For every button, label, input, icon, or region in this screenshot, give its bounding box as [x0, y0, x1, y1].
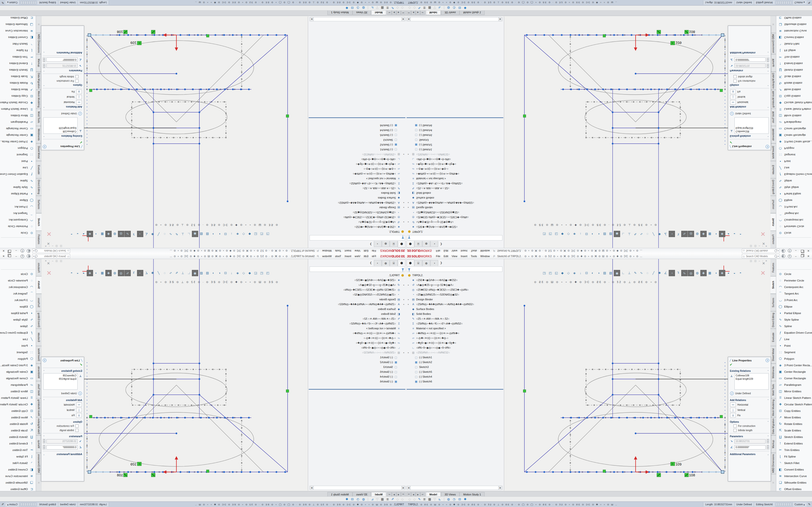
equal-length-badge[interactable]: = 109: [131, 462, 141, 466]
toolbar-icon[interactable]: ◔: [137, 270, 143, 276]
expand-arrow-icon[interactable]: ▸: [408, 303, 410, 305]
checkbox[interactable]: [75, 429, 79, 432]
move-entities-tool[interactable]: ↗ Move Entities: [0, 414, 36, 420]
mirror-entities-tool[interactable]: ◫ Mirror Entities: [776, 113, 812, 119]
sketch-fillet-tool[interactable]: ◝ Sketch Fillet: [0, 41, 36, 47]
toolbar-icon[interactable]: ▧: [608, 231, 614, 237]
add-relations-header[interactable]: Add Relations: [45, 106, 82, 108]
toolbar-icon[interactable]: ∠: [144, 270, 149, 276]
document-window-controls[interactable]: ◫◫–▫✕: [45, 245, 62, 247]
tree-item[interactable]: ◧ Solid Bodies: [308, 312, 406, 316]
toolbar-icon[interactable]: Ɜ: [131, 231, 137, 237]
minimize-button[interactable]: –: [793, 249, 799, 252]
tab-nav-button[interactable]: ⏮: [406, 10, 411, 15]
render-icon[interactable]: ⊟: [351, 497, 354, 501]
command-tab[interactable]: Surfaces: [36, 196, 42, 213]
display-icon[interactable]: ✎: [391, 497, 394, 501]
extend-entities-tool[interactable]: ⊺ Extend Entities: [0, 60, 36, 67]
command-tab[interactable]: Direct Editing: [770, 311, 776, 329]
tree-item[interactable]: ✎ ○2Ƽ∙∩✳∙ΑM○∘○MΑ∙✳∩∙Ƽ2○: [308, 186, 406, 191]
tree-item[interactable]: ▸ ▤ Design Binder: [308, 205, 406, 210]
existing-relations-header[interactable]: Existing Relations: [730, 370, 767, 372]
motion-study-tab[interactable]: Motion Study 1: [327, 10, 352, 15]
line-tool[interactable]: ╱ Line: [776, 165, 812, 171]
propertymanager-tab[interactable]: ⌸: [390, 260, 398, 266]
segment-tool[interactable]: ⸬ Segment: [776, 349, 812, 355]
command-tab[interactable]: ⁙: [770, 16, 776, 33]
toolbar-icon[interactable]: ◈: [235, 270, 241, 276]
menu-item[interactable]: Window: [320, 254, 333, 258]
expand-arrow-icon[interactable]: ▸: [402, 303, 404, 305]
display-style-selector[interactable]: Custom ▴: [5, 502, 19, 507]
display-icon[interactable]: ≣: [423, 497, 426, 501]
tree-item[interactable]: Σ ○2ƼИΝ◎∘✚Α∩³Ɛ○∘○Ɛ³∩Α✚∘◎ИΝƼ2○: [406, 181, 504, 186]
expand-arrow-icon[interactable]: ▸: [408, 298, 410, 300]
command-tab[interactable]: Sheet Metal: [36, 346, 42, 363]
render-icon[interactable]: ✱: [345, 497, 348, 501]
ellipse-tool[interactable]: ◯ Ellipse: [776, 197, 812, 204]
fix-relation-button[interactable]: ⚓ Fix: [41, 412, 84, 418]
minimize-button[interactable]: –: [13, 249, 19, 252]
ellipse-tool[interactable]: ◯ Ellipse: [0, 197, 36, 204]
mirror-entities-tool[interactable]: ◫ Mirror Entities: [0, 113, 36, 119]
toolbar-icon[interactable]: ❖: [87, 270, 93, 276]
command-tab[interactable]: Sheet Metal: [770, 144, 776, 161]
menu-item[interactable]: Tools: [333, 249, 343, 253]
toolbar-icon[interactable]: ◑: [713, 231, 719, 237]
toolbar-icon[interactable]: ✚: [105, 231, 112, 237]
command-tab[interactable]: Weldments: [770, 126, 776, 144]
collinear-badge[interactable]: [151, 30, 155, 34]
display-icon[interactable]: ⊾: [439, 6, 441, 10]
tab-nav-button[interactable]: ▶: [416, 492, 420, 497]
tree-item[interactable]: ★ ○2ƼƐ✚∘◉ΩΛΦ○∘○ΦΛΩ◉∘✚ƐƼ2○: [406, 278, 504, 282]
existing-relations-header[interactable]: Existing Relations: [45, 370, 82, 372]
vertical-relation-button[interactable]: ❘ Vertical: [41, 95, 84, 100]
option-row[interactable]: For construction: [728, 424, 771, 428]
partial-ellipse-tool[interactable]: ◖ Partial Ellipse: [0, 310, 36, 316]
collinear-number-badge[interactable]: 108: [117, 30, 128, 34]
checkbox[interactable]: [75, 425, 79, 428]
silhouette-entities-tool[interactable]: ❏ Silhouette Entities: [776, 21, 812, 28]
polygon-tool[interactable]: ⬠ Polygon: [0, 145, 36, 152]
offset-entities-tool[interactable]: ⊏ Offset Entities: [776, 16, 812, 21]
toolbar-icon[interactable]: ◍: [694, 270, 700, 276]
tree-item[interactable]: ◎ ○2Ƽ✚ƐƼ2○ИΝ◎∘✚ƆƐƼ2○∘○2ƼƐƆ✚∘◎ИΝ○: [406, 287, 504, 292]
add-relations-header[interactable]: Add Relations: [730, 399, 767, 401]
expand-arrow-icon[interactable]: ▸: [402, 207, 404, 209]
toolbar-icon[interactable]: ◌: [162, 231, 167, 237]
menu-item[interactable]: Edit: [442, 249, 450, 253]
display-icon[interactable]: ◇: [408, 497, 411, 501]
render-icon[interactable]: ✱: [345, 6, 348, 10]
toolbar-icon[interactable]: ◔: [669, 270, 675, 276]
help-icon[interactable]: ?: [20, 255, 25, 258]
circular-pattern-tool[interactable]: ❖ Circular Sketch Pattern: [776, 401, 812, 407]
tree-item[interactable]: ▱ ○✚ИΝ◎∙+○✳⊙[○∘○]⊙✳○+∙◎ИΝ✚○: [308, 331, 406, 336]
line-tool[interactable]: ╱ Line: [0, 165, 36, 171]
edit-sketch-icon[interactable]: ✎: [0, 503, 5, 506]
panel-tabs-overflow-icon[interactable]: ❯: [440, 261, 442, 264]
toolbar-icon[interactable]: ⊡: [222, 270, 229, 276]
cancel-command-icon[interactable]: ✕: [760, 230, 766, 237]
model-tab[interactable]: Model: [426, 492, 441, 497]
trim-entities-tool[interactable]: ✂ Trim Entities: [776, 54, 812, 60]
tree-horizontal-scrollbar[interactable]: ◀ ▶: [310, 486, 406, 490]
expand-arrow-icon[interactable]: ▸: [408, 351, 410, 354]
length-spinner[interactable]: ▲▼: [43, 439, 45, 444]
tree-item[interactable]: ✎ ○2Ƽ∙∩✳∙ΑM○∘○MΑ∙✳∩∙Ƽ2○: [406, 186, 504, 191]
command-tab[interactable]: Mesh Modeling: [770, 398, 776, 417]
circular-pattern-tool[interactable]: ❖ Circular Sketch Pattern: [776, 100, 812, 106]
offset-entities-tool[interactable]: ⊏ Offset Entities: [0, 16, 36, 21]
tree-item[interactable]: ▱ ○∙◎✚○✳⊙[○∘○]⊙✳○✚◎∙○: [406, 167, 504, 171]
polygon-tool[interactable]: ⬠ Polygon: [776, 145, 812, 152]
toolbar-icon[interactable]: ◆: [559, 270, 565, 276]
length-spinner[interactable]: ▲▼: [767, 439, 769, 444]
collapse-icon[interactable]: ⌃: [767, 135, 769, 137]
propertymanager-tab[interactable]: ⌸: [390, 241, 398, 247]
tree-item[interactable]: ▢ (-) Sketch4: [406, 374, 504, 379]
3d-views-tab[interactable]: 3D Views: [353, 10, 371, 15]
fit-spline-tool[interactable]: ⌊ Fit Spline: [0, 47, 36, 54]
tree-item[interactable]: ▢ (-) Sketch1: [308, 147, 406, 152]
display-icon[interactable]: ▦: [381, 6, 384, 10]
toolbar-icon[interactable]: ◎: [118, 270, 124, 276]
collinear-badge[interactable]: [657, 473, 661, 477]
